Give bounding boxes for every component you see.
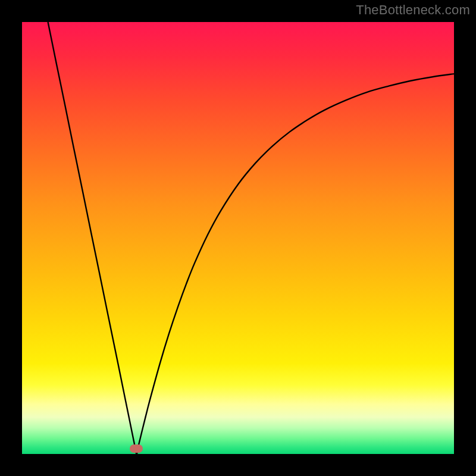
plot-area bbox=[22, 22, 454, 454]
bottleneck-curve bbox=[48, 22, 454, 454]
minimum-marker bbox=[130, 444, 143, 453]
curve-layer bbox=[22, 22, 454, 454]
watermark-text: TheBottleneck.com bbox=[356, 2, 470, 18]
chart-frame: TheBottleneck.com bbox=[0, 0, 476, 476]
